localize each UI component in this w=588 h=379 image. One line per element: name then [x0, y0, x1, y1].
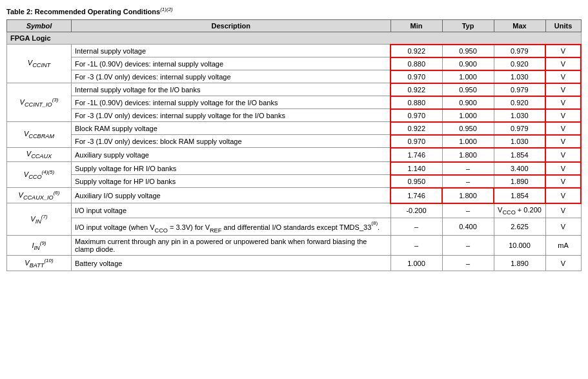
min-cell: 0.922: [390, 83, 442, 96]
units-cell: mA: [545, 236, 581, 256]
description-cell: Battery voltage: [72, 256, 391, 271]
min-cell: 0.970: [390, 70, 442, 83]
description-cell: For -3 (1.0V only) devices: internal sup…: [72, 109, 391, 122]
description-cell: For -1L (0.90V) devices: internal supply…: [72, 96, 391, 109]
typ-cell: 0.950: [442, 45, 494, 57]
description-cell: For -1L (0.90V) devices: internal supply…: [72, 57, 391, 70]
typ-cell: 1.800: [442, 188, 494, 203]
description-cell: I/O input voltage (when VCCO = 3.3V) for…: [72, 218, 391, 236]
symbol-cell: VCCBRAM: [7, 122, 72, 148]
table-title: Table 2: Recommended Operating Condition…: [6, 6, 582, 15]
table-row: VIN(7)I/O input voltage-0.200–VCCO + 0.2…: [7, 203, 582, 218]
max-cell: 1.890: [494, 175, 545, 188]
description-cell: Maximum current through any pin in a pow…: [72, 236, 391, 256]
max-cell: 1.854: [494, 188, 545, 203]
max-cell: 1.030: [494, 109, 545, 122]
header-typ: Typ: [442, 19, 494, 32]
min-cell: 0.880: [390, 57, 442, 70]
symbol-cell: VCCINT: [7, 45, 72, 83]
header-units: Units: [545, 19, 581, 32]
min-cell: 1.140: [390, 162, 442, 175]
units-cell: V: [545, 148, 581, 162]
units-cell: V: [545, 218, 581, 236]
symbol-cell: VCCAUX_IO(6): [7, 188, 72, 203]
max-cell: 1.030: [494, 135, 545, 148]
header-symbol: Symbol: [7, 19, 72, 32]
max-cell: 0.920: [494, 57, 545, 70]
typ-cell: 0.400: [442, 218, 494, 236]
min-cell: -0.200: [390, 203, 442, 218]
symbol-cell: VCCO(4)(5): [7, 162, 72, 188]
max-cell: 0.920: [494, 96, 545, 109]
units-cell: V: [545, 162, 581, 175]
max-cell: 1.030: [494, 70, 545, 83]
min-cell: 1.000: [390, 256, 442, 271]
typ-cell: 0.950: [442, 83, 494, 96]
min-cell: 1.746: [390, 188, 442, 203]
typ-cell: –: [442, 162, 494, 175]
table-row: For -3 (1.0V only) devices: internal sup…: [7, 109, 582, 122]
description-cell: Block RAM supply voltage: [72, 122, 391, 135]
table-row: For -1L (0.90V) devices: internal supply…: [7, 57, 582, 70]
typ-cell: –: [442, 256, 494, 271]
header-max: Max: [494, 19, 545, 32]
max-cell: 2.625: [494, 218, 545, 236]
min-cell: 0.922: [390, 122, 442, 135]
symbol-cell: IIN(9): [7, 236, 72, 256]
description-cell: For -3 (1.0V only) devices: internal sup…: [72, 70, 391, 83]
units-cell: V: [545, 83, 581, 96]
max-cell: 3.400: [494, 162, 545, 175]
header-description: Description: [72, 19, 391, 32]
units-cell: V: [545, 203, 581, 218]
table-row: VBATT(10)Battery voltage1.000–1.890V: [7, 256, 582, 271]
table-row: For -3 (1.0V only) devices: internal sup…: [7, 70, 582, 83]
description-cell: Auxiliary supply voltage: [72, 148, 391, 162]
symbol-cell: VIN(7): [7, 203, 72, 236]
max-cell: 10.000: [494, 236, 545, 256]
units-cell: V: [545, 109, 581, 122]
table-row: For -1L (0.90V) devices: internal supply…: [7, 96, 582, 109]
table-row: VCCINTInternal supply voltage0.9220.9500…: [7, 45, 582, 57]
typ-cell: 0.900: [442, 96, 494, 109]
typ-cell: –: [442, 203, 494, 218]
table-row: VCCBRAMBlock RAM supply voltage0.9220.95…: [7, 122, 582, 135]
min-cell: 0.880: [390, 96, 442, 109]
description-cell: Internal supply voltage: [72, 45, 391, 57]
table-row: I/O input voltage (when VCCO = 3.3V) for…: [7, 218, 582, 236]
max-cell: 0.979: [494, 83, 545, 96]
table-row: VCCINT_IO(3)Internal supply voltage for …: [7, 83, 582, 96]
description-cell: Auxiliary I/O supply voltage: [72, 188, 391, 203]
min-cell: 1.746: [390, 148, 442, 162]
units-cell: V: [545, 256, 581, 271]
min-cell: 0.970: [390, 135, 442, 148]
max-cell: VCCO + 0.200: [494, 203, 545, 218]
units-cell: V: [545, 188, 581, 203]
units-cell: V: [545, 175, 581, 188]
typ-cell: –: [442, 175, 494, 188]
min-cell: 0.950: [390, 175, 442, 188]
table-row: VCCAUX_IO(6)Auxiliary I/O supply voltage…: [7, 188, 582, 203]
description-cell: I/O input voltage: [72, 203, 391, 218]
units-cell: V: [545, 70, 581, 83]
table-row: For -3 (1.0V only) devices: block RAM su…: [7, 135, 582, 148]
max-cell: 1.854: [494, 148, 545, 162]
min-cell: –: [390, 236, 442, 256]
description-cell: Supply voltage for HP I/O banks: [72, 175, 391, 188]
description-cell: Internal supply voltage for the I/O bank…: [72, 83, 391, 96]
table-row: VCCO(4)(5)Supply voltage for HR I/O bank…: [7, 162, 582, 175]
typ-cell: 1.000: [442, 135, 494, 148]
units-cell: V: [545, 122, 581, 135]
typ-cell: 0.900: [442, 57, 494, 70]
symbol-cell: VCCAUX: [7, 148, 72, 162]
header-min: Min: [390, 19, 442, 32]
min-cell: 0.970: [390, 109, 442, 122]
section-header-fpga: FPGA Logic: [7, 32, 582, 45]
typ-cell: 1.000: [442, 109, 494, 122]
units-cell: V: [545, 57, 581, 70]
table-row: Supply voltage for HP I/O banks0.950–1.8…: [7, 175, 582, 188]
symbol-cell: VCCINT_IO(3): [7, 83, 72, 122]
typ-cell: 1.800: [442, 148, 494, 162]
symbol-cell: VBATT(10): [7, 256, 72, 271]
table-row: IIN(9)Maximum current through any pin in…: [7, 236, 582, 256]
min-cell: –: [390, 218, 442, 236]
